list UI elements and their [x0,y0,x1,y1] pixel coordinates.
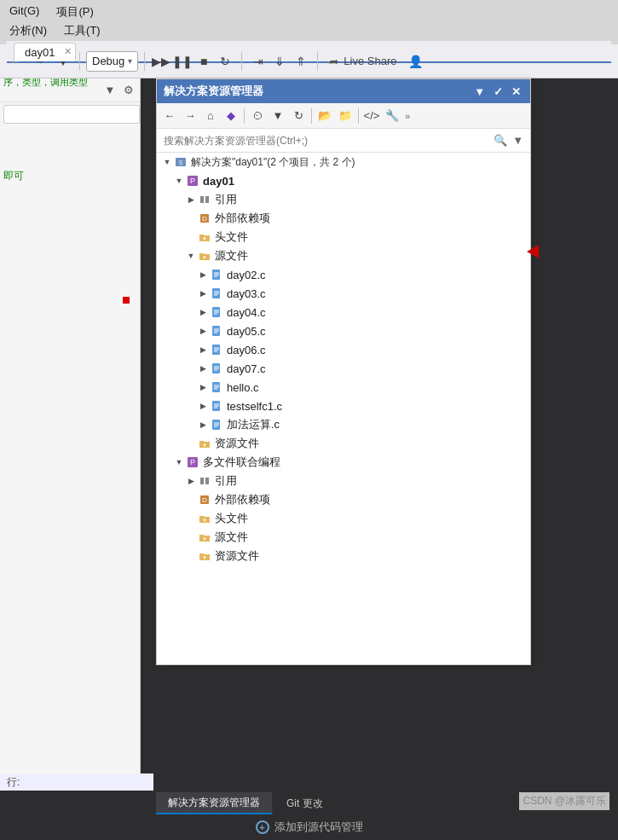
tree-item[interactable]: ▼Pday01 [157,171,530,190]
add-icon: + [256,820,269,834]
status-line: 行: [0,773,153,791]
toolbar-sep-3 [241,52,242,71]
pt-forward-btn[interactable]: → [181,107,199,125]
debug-label: Debug [92,55,124,67]
stop-btn[interactable]: ■ [193,51,214,72]
tree-expand-arrow[interactable]: ▶ [196,287,210,300]
svg-text:▼: ▼ [202,518,207,523]
sidebar-settings-btn[interactable]: ⚙ [121,83,136,98]
pt-dropdown-btn[interactable]: ▼ [269,107,287,125]
pt-vs-btn[interactable]: ◆ [222,107,240,125]
pt-back-btn[interactable]: ← [160,107,179,125]
sidebar-filter-input[interactable] [3,105,140,124]
tree-expand-arrow[interactable]: ▶ [196,362,210,375]
tree-item[interactable]: ▶testselfc1.c [157,397,530,415]
live-share-button[interactable]: ➦ Live Share [324,52,401,71]
bottom-tab[interactable]: 解决方案资源管理器 [156,792,273,814]
tree-item[interactable]: ▶day07.c [157,359,530,378]
svg-text:P: P [190,458,195,466]
tree-item[interactable]: ▶加法运算.c [157,415,530,434]
tree-item[interactable]: ▶day04.c [157,303,530,322]
menu-row1: Git(G)项目(P) [7,3,611,22]
tree-expand-arrow[interactable]: ▼ [172,455,186,469]
tree-item-icon [210,362,223,375]
tree-expand-arrow[interactable]: ▶ [196,305,210,319]
tree-item-label: testselfc1.c [227,400,282,413]
menu-item[interactable]: 分析(N) [7,22,49,39]
search-input[interactable] [164,135,488,147]
tree-item[interactable]: ▼▼源文件 [157,246,530,265]
pt-code-btn[interactable]: </> [362,107,381,125]
pt-home-btn[interactable]: ⌂ [201,107,220,125]
tree-item-icon: P [186,174,199,188]
tree-item[interactable]: ▶day02.c [157,265,530,284]
step-over-btn[interactable]: ⇥ [248,51,269,72]
tree-item[interactable]: ▶引用 [157,190,530,209]
tree-expand-arrow[interactable]: ▶ [196,343,210,356]
bottom-add-bar[interactable]: + 添加到源代码管理 [0,814,618,840]
tree-item[interactable]: ▶day06.c [157,340,530,359]
panel-close-btn[interactable]: ✕ [509,85,523,98]
start-debug-btn[interactable]: ▶▶ [151,51,171,72]
tree-expand-arrow[interactable]: ▶ [184,193,198,206]
tree-item[interactable]: ▶引用 [157,472,530,490]
menu-item[interactable]: 项目(P) [54,3,95,20]
tree-expand-arrow[interactable]: ▼ [160,155,174,169]
tree-item-icon: ▼ [198,437,211,450]
step-out-btn[interactable]: ⇑ [291,51,311,72]
sidebar-dropdown-btn[interactable]: ▼ [102,83,118,98]
pt-folder-btn[interactable]: 📂 [315,107,334,125]
tree-expand-arrow[interactable]: ▶ [196,324,210,338]
tree-item[interactable]: ▶▼资源文件 [157,547,530,565]
tree-expand-arrow[interactable]: ▼ [172,174,186,188]
pt-folder2-btn[interactable]: 📁 [336,107,355,125]
tree-item[interactable]: ▶hello.c [157,378,530,397]
tree-expand-arrow[interactable]: ▶ [196,418,210,432]
tree-item-label: 多文件联合编程 [203,455,280,470]
tree-expand-arrow[interactable]: ▼ [184,249,198,263]
tree-item[interactable]: ▶D外部依赖项 [157,490,530,509]
tree-item[interactable]: ▶▼资源文件 [157,434,530,453]
tree-item[interactable]: ▶day03.c [157,284,530,303]
search-icon[interactable]: 🔍 [494,134,507,147]
menu-item[interactable]: Git(G) [7,3,42,20]
tree-expand-arrow[interactable]: ▶ [196,380,210,394]
svg-rect-5 [205,196,209,203]
pt-settings-btn[interactable]: 🔧 [383,107,401,125]
panel-pin-btn[interactable]: ✓ [491,85,505,98]
editor-tab[interactable]: day01✕ [14,43,76,61]
step-in-btn[interactable]: ⇓ [269,51,290,72]
bottom-tab[interactable]: Git 更改 [274,792,336,814]
pause-btn[interactable]: ❚❚ [172,51,193,72]
tree-item-label: day01 [203,175,234,188]
search-arrow[interactable]: ▼ [512,134,523,147]
live-share-label: Live Share [344,55,396,67]
tree-item[interactable]: ▶▼头文件 [157,509,530,528]
tree-item[interactable]: ▼S解决方案"day01"(2 个项目，共 2 个) [157,153,530,171]
menu-item[interactable]: 工具(T) [61,22,103,39]
pt-refresh-btn[interactable]: ↻ [289,107,308,125]
tree-expand-arrow[interactable]: ▶ [196,399,210,413]
person-icon-btn[interactable]: 👤 [405,51,425,72]
toolbar-sep-4 [317,52,318,71]
debug-dropdown[interactable]: Debug ▾ [86,51,138,72]
pt-more-btn[interactable]: » [403,111,412,121]
tree-item[interactable]: ▶day05.c [157,322,530,340]
pt-history-btn[interactable]: ⏲ [248,107,267,125]
restart-btn[interactable]: ↻ [215,51,235,72]
tree-item-label: 头文件 [215,511,248,526]
tree-item[interactable]: ▼P多文件联合编程 [157,453,530,472]
panel-dropdown-btn[interactable]: ▼ [471,85,488,98]
tree-item[interactable]: ▶▼源文件 [157,528,530,547]
panel-title-bar: 解决方案资源管理器 ▼ ✓ ✕ [157,79,530,103]
tree-item[interactable]: ▶▼头文件 [157,228,530,246]
tree-item-icon: ▼ [198,549,211,563]
add-text: 添加到源代码管理 [274,820,363,835]
tree-item-icon: S [174,155,188,169]
tree-item[interactable]: ▶D外部依赖项 [157,209,530,228]
svg-text:▼: ▼ [202,555,207,560]
tree-expand-arrow[interactable]: ▶ [184,474,198,488]
tree-item-label: 外部依赖项 [215,211,270,226]
tree-item-icon [198,474,211,488]
tree-expand-arrow[interactable]: ▶ [196,268,210,281]
